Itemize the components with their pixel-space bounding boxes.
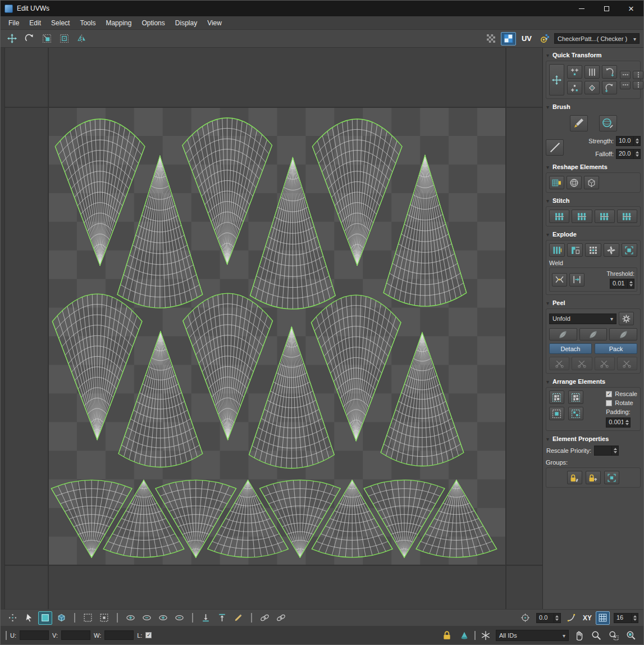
relax-keep-boundaries-button[interactable] bbox=[567, 176, 582, 189]
quick-transform-header[interactable]: Quick Transform bbox=[546, 49, 641, 61]
mirror-tool-button[interactable] bbox=[74, 32, 89, 46]
rescale-checkbox[interactable]: ✓ bbox=[606, 391, 612, 397]
peel-options-button[interactable] bbox=[619, 312, 634, 325]
zoom-region-button[interactable] bbox=[606, 628, 621, 643]
pan-button[interactable] bbox=[572, 628, 586, 643]
align-to-edge-button[interactable] bbox=[584, 81, 600, 94]
rearrange-button[interactable] bbox=[549, 407, 564, 420]
menu-view[interactable]: View bbox=[202, 16, 227, 29]
preview-button[interactable] bbox=[457, 628, 472, 643]
flatten-custom-button[interactable] bbox=[622, 243, 637, 257]
scale-tool-button[interactable] bbox=[39, 32, 54, 46]
relax-brush-button[interactable] bbox=[599, 115, 617, 131]
flatten-by-face-button[interactable] bbox=[585, 243, 601, 257]
menu-edit[interactable]: Edit bbox=[24, 16, 46, 29]
material-id-dropdown[interactable]: All IDs bbox=[496, 630, 569, 641]
show-grid-button[interactable] bbox=[483, 32, 499, 46]
soft-selection-gizmo-button[interactable] bbox=[6, 611, 20, 625]
padding-spinner[interactable]: 0.001 bbox=[606, 417, 631, 428]
explode-header[interactable]: Explode bbox=[546, 228, 641, 240]
grid-snap-button[interactable] bbox=[596, 611, 610, 625]
pelt-map-button[interactable] bbox=[609, 328, 637, 340]
menu-mapping[interactable]: Mapping bbox=[101, 16, 136, 29]
weld-selected-button[interactable] bbox=[552, 273, 567, 287]
uv-island[interactable] bbox=[55, 119, 145, 265]
arrange-elements-header[interactable]: Arrange Elements bbox=[546, 375, 641, 387]
texture-dropdown[interactable]: CheckerPatt...( Checker ) bbox=[554, 33, 640, 44]
paint-move-brush-button[interactable] bbox=[570, 115, 588, 131]
uv-island[interactable] bbox=[182, 118, 272, 264]
relax-until-flat-button[interactable] bbox=[584, 176, 599, 189]
uv-island[interactable] bbox=[311, 295, 401, 440]
rescale-priority-spinner[interactable] bbox=[594, 446, 619, 456]
falloff-curve-button[interactable] bbox=[565, 611, 579, 625]
select-element-toggle-button[interactable] bbox=[81, 611, 95, 625]
w-field[interactable] bbox=[104, 630, 134, 640]
zoom-button[interactable] bbox=[589, 628, 604, 643]
pivot-center-button[interactable] bbox=[518, 611, 532, 625]
space-vertical-2-button[interactable] bbox=[620, 81, 631, 89]
edit-seams-button[interactable] bbox=[549, 357, 569, 370]
pack-together-button[interactable] bbox=[568, 390, 583, 404]
element-subobject-button[interactable] bbox=[54, 611, 68, 625]
uv-island[interactable] bbox=[383, 156, 467, 306]
falloff-spinner[interactable]: 20.0 bbox=[616, 149, 641, 159]
uv-island[interactable] bbox=[312, 119, 402, 265]
zoom-extents-button[interactable] bbox=[624, 628, 638, 643]
stitch-custom-button[interactable] bbox=[549, 210, 569, 223]
straighten-selection-button[interactable] bbox=[549, 176, 564, 189]
grid-size-spinner[interactable]: 16 bbox=[614, 613, 638, 623]
move-tool-button[interactable] bbox=[4, 32, 20, 46]
select-group-button[interactable] bbox=[604, 471, 619, 484]
freeze-button[interactable] bbox=[478, 628, 493, 643]
paint-brush-size-button[interactable] bbox=[231, 611, 245, 625]
paint-select-subtract-button[interactable] bbox=[215, 611, 229, 625]
minimize-button[interactable] bbox=[569, 1, 594, 16]
peel-mode-dropdown[interactable]: Unfold bbox=[549, 314, 616, 324]
rotate-tool-button[interactable] bbox=[22, 32, 37, 46]
space-vertical-button[interactable] bbox=[584, 65, 600, 79]
uv-island[interactable] bbox=[381, 333, 464, 466]
align-vertical-button[interactable] bbox=[567, 81, 582, 94]
shrink-ring-button[interactable] bbox=[172, 611, 186, 625]
menu-options[interactable]: Options bbox=[136, 16, 170, 29]
quick-peel-button[interactable] bbox=[549, 328, 577, 340]
lock-aspect-checkbox[interactable]: ✓ bbox=[145, 632, 152, 638]
pick-texture-button[interactable] bbox=[537, 32, 552, 46]
menu-tools[interactable]: Tools bbox=[75, 16, 101, 29]
stitch-average-button[interactable] bbox=[572, 210, 592, 223]
reshape-elements-header[interactable]: Reshape Elements bbox=[546, 161, 641, 172]
move-selected-button[interactable] bbox=[549, 64, 564, 96]
point-to-point-seam-button[interactable] bbox=[572, 357, 592, 370]
distribute-horizontal-button[interactable] bbox=[633, 71, 643, 79]
select-by-planar-angle-button[interactable] bbox=[97, 611, 111, 625]
peel-header[interactable]: Peel bbox=[546, 297, 641, 308]
select-cursor-button[interactable] bbox=[22, 611, 36, 625]
rotate-checkbox[interactable] bbox=[606, 400, 612, 406]
stitch-to-target-button[interactable] bbox=[617, 210, 637, 223]
peel-mode-button[interactable] bbox=[579, 328, 608, 340]
detach-button[interactable]: Detach bbox=[549, 343, 592, 354]
break-by-material-button[interactable] bbox=[567, 243, 583, 257]
menu-display[interactable]: Display bbox=[170, 16, 202, 29]
element-properties-header[interactable]: Element Properties bbox=[546, 433, 641, 444]
uv-island[interactable] bbox=[118, 331, 203, 467]
break-by-smoothing-button[interactable] bbox=[549, 243, 565, 257]
flatten-by-angle-button[interactable] bbox=[604, 243, 619, 257]
uv-island[interactable] bbox=[52, 294, 142, 439]
distribute-vertical-button[interactable] bbox=[633, 81, 643, 89]
close-button[interactable] bbox=[619, 1, 643, 16]
maximize-button[interactable] bbox=[594, 1, 619, 16]
edge-loop-select-button[interactable] bbox=[258, 611, 272, 625]
polygon-subobject-button[interactable] bbox=[38, 611, 52, 625]
align-horizontal-button[interactable] bbox=[567, 65, 582, 79]
weld-all-button[interactable] bbox=[569, 273, 584, 287]
clear-seams-button[interactable] bbox=[617, 357, 637, 370]
rotation-angle-spinner[interactable]: 0.0 bbox=[536, 613, 561, 623]
paint-select-add-button[interactable] bbox=[199, 611, 213, 625]
space-horizontal-button[interactable] bbox=[620, 71, 631, 79]
stitch-header[interactable]: Stitch bbox=[546, 194, 641, 206]
ungroup-button[interactable] bbox=[586, 471, 601, 484]
uv-island[interactable] bbox=[250, 158, 336, 309]
u-field[interactable] bbox=[20, 630, 49, 640]
